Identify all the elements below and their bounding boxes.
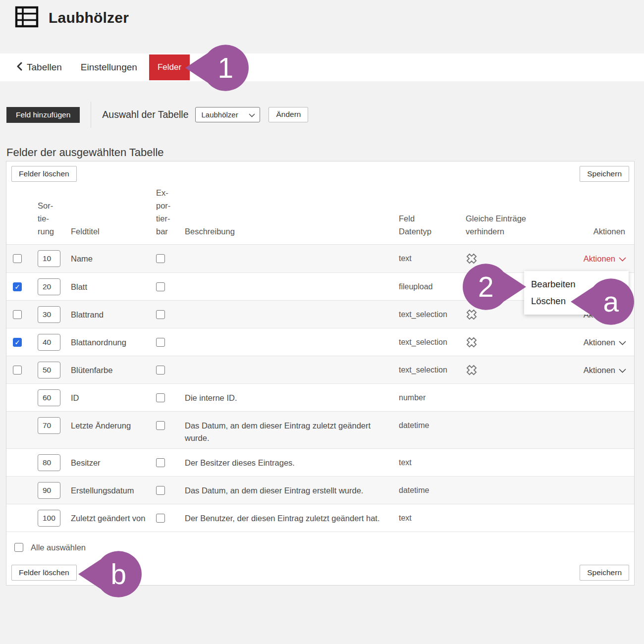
col-feldtitel: Feldtitel <box>71 225 156 244</box>
chevron-down-icon <box>249 110 255 119</box>
row-select-checkbox[interactable]: ✓ <box>13 338 22 347</box>
export-checkbox[interactable] <box>156 254 165 263</box>
cell-export <box>156 417 185 432</box>
field-description: Das Datum, an dem dieser Eintrag zuletzt… <box>185 417 399 444</box>
table-row: 90ErstellungsdatumDas Datum, an dem dies… <box>6 476 634 504</box>
field-title: Besitzer <box>71 454 156 469</box>
callout-b: b <box>77 548 144 600</box>
toolbar-divider <box>91 102 91 128</box>
cell-select <box>13 362 38 376</box>
svg-text:1: 1 <box>217 53 233 84</box>
cell-export <box>156 482 185 497</box>
export-checkbox[interactable] <box>156 421 165 430</box>
cell-sort: 70 <box>38 417 71 434</box>
sort-input[interactable]: 40 <box>38 334 60 351</box>
cell-prevent-duplicates <box>466 510 582 512</box>
field-description <box>185 278 399 281</box>
svg-text:2: 2 <box>478 271 494 303</box>
sort-input[interactable]: 80 <box>38 454 60 471</box>
prevent-duplicates-icon[interactable] <box>466 364 582 376</box>
actions-link[interactable]: Aktionen <box>584 336 626 348</box>
save-button-top[interactable]: Speichern <box>580 166 629 182</box>
sort-input[interactable]: 50 <box>38 362 60 378</box>
nav-back-tables[interactable]: Tabellen <box>16 62 62 73</box>
export-checkbox[interactable] <box>156 366 165 375</box>
export-checkbox[interactable] <box>156 338 165 347</box>
row-select-checkbox[interactable]: ✓ <box>13 282 22 291</box>
cell-export <box>156 250 185 265</box>
col-sortierung: Sor- tie- rung <box>38 199 71 244</box>
add-field-button[interactable]: Feld hinzufügen <box>6 107 80 123</box>
change-button[interactable]: Ändern <box>268 107 308 122</box>
cell-sort: 90 <box>38 482 71 499</box>
actions-link[interactable]: Aktionen <box>584 253 626 265</box>
field-description: Der Besitzer dieses Eintrages. <box>185 454 399 469</box>
actions-link[interactable]: Aktionen <box>584 364 626 376</box>
actions-link-label: Aktionen <box>584 364 615 376</box>
save-button-bottom[interactable]: Speichern <box>580 565 629 581</box>
export-checkbox[interactable] <box>156 393 165 402</box>
cell-prevent-duplicates <box>466 482 582 484</box>
field-description <box>185 362 399 364</box>
actions-link-label: Aktionen <box>584 253 615 265</box>
cell-actions <box>582 417 626 420</box>
cell-sort: 100 <box>38 510 71 527</box>
sort-input[interactable]: 90 <box>38 482 60 499</box>
cell-prevent-duplicates <box>466 389 582 392</box>
field-datatype: datetime <box>399 482 466 496</box>
col-aktionen: Aktionen <box>582 225 626 244</box>
export-checkbox[interactable] <box>156 458 165 467</box>
table-header-row: Sor- tie- rung Feldtitel Ex- por- tier- … <box>6 161 634 245</box>
chevron-down-icon <box>619 253 626 265</box>
field-title: ID <box>71 389 156 404</box>
sort-input[interactable]: 100 <box>38 510 60 527</box>
toolbar: Feld hinzufügen Auswahl der Tabelle Laub… <box>6 102 308 128</box>
cell-actions: Aktionen <box>582 334 626 348</box>
field-title: Blütenfarbe <box>71 362 156 376</box>
table-row: 50Blütenfarbetext_selectionAktionen <box>6 356 634 383</box>
callout-2: 2 <box>461 261 527 313</box>
field-title: Blatt <box>71 278 156 293</box>
cell-actions <box>582 454 626 457</box>
delete-fields-button-top[interactable]: Felder löschen <box>11 166 77 182</box>
sort-input[interactable]: 10 <box>38 250 60 267</box>
field-description <box>185 306 399 309</box>
sort-input[interactable]: 60 <box>38 389 60 406</box>
cell-sort: 40 <box>38 334 71 351</box>
chevron-left-icon <box>16 62 22 73</box>
cell-select <box>13 454 38 458</box>
export-checkbox[interactable] <box>156 282 165 291</box>
actions-link-label: Aktionen <box>584 336 615 348</box>
cell-export <box>156 306 185 321</box>
field-datatype: text <box>399 510 466 524</box>
col-datentyp: Feld Datentyp <box>399 212 466 244</box>
delete-fields-button-bottom[interactable]: Felder löschen <box>11 565 77 581</box>
col-exportierbar: Ex- por- tier- bar <box>156 186 185 244</box>
row-select-checkbox[interactable] <box>13 254 22 263</box>
col-select <box>13 238 38 244</box>
sort-input[interactable]: 70 <box>38 417 60 434</box>
field-datatype: text_selection <box>399 306 466 321</box>
field-title: Blattanordnung <box>71 334 156 348</box>
prevent-duplicates-icon[interactable] <box>466 336 582 348</box>
tab-felder-active[interactable]: Felder <box>149 54 190 80</box>
select-all-checkbox[interactable] <box>14 543 23 552</box>
export-checkbox[interactable] <box>156 310 165 319</box>
cell-export <box>156 362 185 376</box>
table-select[interactable]: Laubhölzer <box>195 107 260 122</box>
tab-einstellungen[interactable]: Einstellungen <box>81 62 137 73</box>
cell-select <box>13 306 38 321</box>
row-select-checkbox[interactable] <box>13 366 22 375</box>
sort-input[interactable]: 30 <box>38 306 60 323</box>
cell-export <box>156 454 185 469</box>
table-icon <box>15 6 39 30</box>
row-select-checkbox[interactable] <box>13 310 22 319</box>
cell-select <box>13 482 38 486</box>
export-checkbox[interactable] <box>156 514 165 523</box>
sort-input[interactable]: 20 <box>38 278 60 295</box>
cell-prevent-duplicates <box>466 334 582 348</box>
cell-select: ✓ <box>13 334 38 347</box>
cell-sort: 80 <box>38 454 71 471</box>
cell-export <box>156 278 185 293</box>
export-checkbox[interactable] <box>156 486 165 495</box>
